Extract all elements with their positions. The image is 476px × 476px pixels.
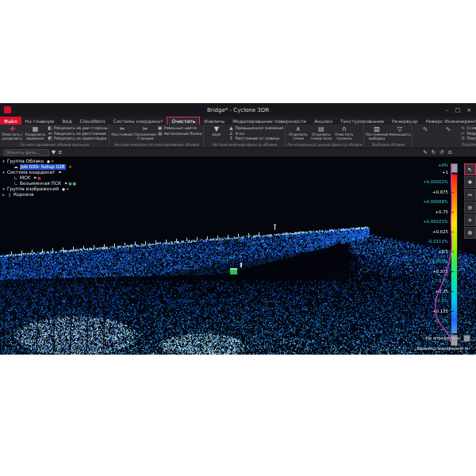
eye-icon[interactable]: ⊙ [448,149,452,155]
objects-filter-input[interactable] [3,149,49,156]
scale-tick-label: +0.375 [432,269,448,274]
minimize-button[interactable]: – [446,107,449,113]
Повторная выборка ломаной линии-button[interactable]: ⊙Повторная выборка ломаной линии [460,136,476,141]
Автономные блоки-button[interactable]: ▤Автономные блоки [157,132,202,136]
tab-CloudWorx[interactable]: CloudWorx [76,117,109,125]
funnel-icon[interactable]: ▼ [52,149,56,155]
Отделить точки земли-button[interactable]: ∧Отделить точки земли [287,125,309,140]
icon-button[interactable]: ∿ [414,125,436,132]
menu-icon[interactable]: ≡ [58,149,62,155]
eye-badge-icon[interactable]: ● [47,159,50,164]
scale-tick-label: +0.25 [435,289,448,294]
select-cursor-button[interactable]: ↖ [464,163,476,175]
close-button[interactable]: × [466,107,471,113]
Сгладить ломаную линию-button[interactable]: ∿Сгладить ломаную линию [460,126,476,131]
fly-mode-button[interactable]: ✈ [464,214,476,226]
tree-item-Система координат[interactable]: ▾Система координат⚑ [2,170,78,175]
Разделить по ориентации-button[interactable]: ◩Разделить по ориентации [48,136,107,141]
tab-Текстурирование[interactable]: Текстурирование [336,117,388,125]
Очистить туннель-button[interactable]: ∩Очистить туннель [333,125,355,140]
button-label: Расстояние [111,132,133,136]
pin-badge-icon[interactable]: ⚑ [33,176,36,181]
button-label: Разделить видимые точки [25,132,46,140]
button-label: Превышенное значение [235,126,283,131]
sampling-icon: ▧ [374,125,380,132]
sun-badge-icon[interactable]: ☀ [66,187,69,192]
tab-Извлечь[interactable]: Извлечь [200,117,228,125]
tree-item-МСК[interactable]: ∟МСК⚑■ [8,175,78,181]
smooth-polyline-icon: ∿ [460,126,465,131]
reduce-icon: ▽ [397,125,402,132]
scale-percent-label: +2.6% [434,298,448,303]
tab-Система координат[interactable]: Система координат [109,117,167,125]
tab-На главную[interactable]: На главную [21,117,59,125]
scale-tick-label: +1 [442,170,448,175]
red-badge-icon[interactable]: ■ [37,176,40,181]
tab-Моделирование поверхности[interactable]: Моделирование поверхности [228,117,310,125]
pin-badge-icon[interactable]: ⚑ [64,182,67,186]
tree-caret-icon[interactable]: ▾ [2,170,6,175]
tree-caret-icon[interactable]: ▾ [2,186,6,192]
color-scale-bar[interactable] [451,163,458,346]
tab-Анализ[interactable]: Анализ [310,117,336,125]
helicopter-mode-button[interactable]: ☸ [464,227,476,239]
Постоянная выборка-button[interactable]: ▧Постоянная выборка [366,125,387,140]
eye-badge-icon[interactable]: ● [62,187,65,192]
Положение Станция-button[interactable]: ✂Положение Станция [134,125,155,140]
restore-button[interactable]: □ [455,107,461,113]
pan-button[interactable]: ✚ [464,176,476,188]
Расстояние от скамьи-button[interactable]: ↕Расстояние от скамьи [228,136,283,141]
tree-item-Группа Облако[interactable]: ▾Группа Облако●☀ [2,159,78,164]
tab-Реверс Инжиниринг[interactable]: Реверс Инжиниринг [422,117,476,125]
sun-badge-icon[interactable]: ☀ [69,165,72,170]
tab-Резервуар[interactable]: Резервуар [388,117,422,125]
tab-Файл[interactable]: Файл [0,117,21,125]
button-label: Уменьшить [389,132,410,136]
tree-item-label: Группа Облако [7,159,44,164]
scale-percent-label: +0.00321% [423,219,448,224]
Отделить точки пола-button[interactable]: ▤Отделить точки пола [310,125,332,140]
tree-item-Корзина[interactable]: ▸▯Корзина [2,192,78,198]
tree-caret-icon[interactable]: ▸ [2,192,6,198]
button-label: Положение Станция [134,132,156,140]
scale-tick-label: +0.875 [432,190,448,194]
tab-Очистить[interactable]: Очистить [167,117,200,125]
orbit-ccw-icon[interactable]: ↺ [440,149,443,155]
button-label: Очистить / разделить [2,132,23,140]
view-options-icons: ✎↻↺⊙ [423,149,452,155]
tree-item-Группа изображений[interactable]: ▾Группа изображений●☀ [2,186,78,192]
tab-Вид[interactable]: Вид [58,117,75,125]
real-colors-icon: ▣ [157,126,162,131]
tree-item-Безымянная ПСК[interactable]: ∟Безымянная ПСК⚑■▦ [8,181,78,186]
green-badge-icon[interactable]: ■ [68,182,71,186]
tree-item-Job 000- Setup 028[interactable]: ☁Job 000- Setup 028☀ [8,164,78,170]
ribbon-group: ▼Шум▲Превышенное значение∠Угол↕Расстояни… [204,125,286,148]
icon-button[interactable]: ∿ [437,125,459,132]
button-label: Разделить на две стороны [54,126,107,131]
Уменьшить-button[interactable]: ▽Уменьшить [389,125,410,136]
checker-badge-icon[interactable]: ▦ [73,182,76,186]
Разделить на две стороны-button[interactable]: ◧Разделить на две стороны [48,126,107,131]
Разделить видимые точки-button[interactable]: ▦Разделить видимые точки [25,125,46,140]
Расстояние-button[interactable]: ✂Расстояние [111,125,132,136]
zoom-width-button[interactable]: ↔ [464,189,476,201]
not-defined-checkbox[interactable] [463,335,470,342]
orbit-cw-icon[interactable]: ↻ [432,149,436,155]
Реальные цвета-button[interactable]: ▣Реальные цвета [157,126,202,131]
Очистить / разделить-button[interactable]: ❖Очистить / разделить [2,125,23,140]
3d-viewport[interactable]: ▾Группа Облако●☀☁Job 000- Setup 028☀▾Сис… [0,157,476,355]
tree-caret-icon[interactable]: ▾ [2,159,6,164]
tree-item-label: Корзина [13,192,34,198]
camera-mode-button[interactable]: ⊕ [464,202,476,213]
scissors-station-icon: ✂ [143,125,148,132]
screenshot: Bridge* - Cyclone 3DR –□× ФайлНа главную… [0,0,476,476]
Шум-button[interactable]: ▼Шум [205,125,227,136]
pin-badge-icon[interactable]: ⚑ [58,171,61,175]
pencil-icon[interactable]: ✎ [423,149,427,155]
view-mode-toolbar: ↖✚↔⊕✈☸ [464,163,476,239]
Разделить по расстоянию-button[interactable]: ↔Разделить по расстоянию [48,132,107,136]
Превышенное значение-button[interactable]: ▲Превышенное значение [228,126,283,131]
sun-badge-icon[interactable]: ☀ [51,159,54,164]
Угол-button[interactable]: ∠Угол [228,132,283,136]
tree-item-label: Job 000- Setup 028 [20,164,66,170]
